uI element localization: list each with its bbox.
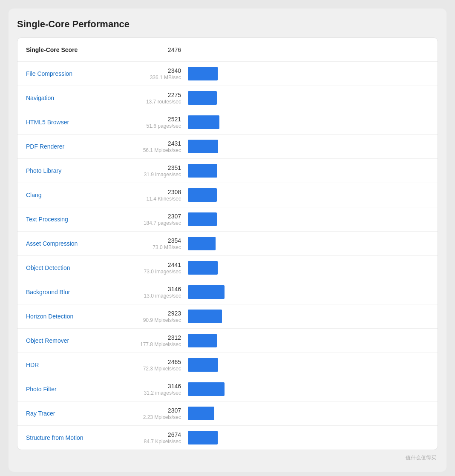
table-row: HDR246572.3 Mpixels/sec xyxy=(17,353,438,377)
row-label: Text Processing xyxy=(26,216,120,223)
table-row: PDF Renderer243156.1 Mpixels/sec xyxy=(17,135,438,159)
row-label: Background Blur xyxy=(26,289,120,295)
performance-card: Single-Core Score2476File Compression234… xyxy=(17,37,438,450)
table-row: Text Processing2307184.7 pages/sec xyxy=(17,207,438,232)
performance-bar xyxy=(188,358,218,372)
bar-area xyxy=(188,358,429,372)
bar-area xyxy=(188,407,429,420)
score-subtitle: 90.9 Mpixels/sec xyxy=(120,317,181,323)
main-container: Single-Core Performance Single-Core Scor… xyxy=(9,9,446,472)
row-label: Ray Tracer xyxy=(26,410,120,417)
row-label: HDR xyxy=(26,361,120,368)
row-score-area: 314631.2 images/sec xyxy=(120,383,188,396)
score-value: 2521 xyxy=(120,116,181,123)
performance-bar xyxy=(188,164,217,178)
row-score-area: 252151.6 pages/sec xyxy=(120,116,188,129)
table-row: Single-Core Score2476 xyxy=(17,38,438,62)
score-subtitle: 31.9 images/sec xyxy=(120,172,181,178)
score-subtitle: 72.3 Mpixels/sec xyxy=(120,366,181,372)
row-label: PDF Renderer xyxy=(26,143,120,150)
row-label: Single-Core Score xyxy=(26,46,120,53)
bar-area xyxy=(188,164,429,178)
row-label: Object Remover xyxy=(26,337,120,344)
watermark: 值什么值得买 xyxy=(17,454,438,462)
row-score-area: 235473.0 MB/sec xyxy=(120,237,188,250)
score-value: 2312 xyxy=(120,334,181,341)
performance-bar xyxy=(188,91,217,105)
row-label: Photo Filter xyxy=(26,386,120,393)
table-row: Object Detection244173.0 images/sec xyxy=(17,256,438,280)
row-score-area: 292390.9 Mpixels/sec xyxy=(120,310,188,323)
row-label: Object Detection xyxy=(26,264,120,271)
score-value: 2354 xyxy=(120,237,181,244)
row-score-area: 230811.4 Klines/sec xyxy=(120,189,188,202)
score-value: 3146 xyxy=(120,383,181,390)
table-row: Horizon Detection292390.9 Mpixels/sec xyxy=(17,304,438,329)
performance-bar xyxy=(188,115,219,129)
bar-area xyxy=(188,431,429,444)
row-score-area: 23072.23 Mpixels/sec xyxy=(120,407,188,420)
row-score-area: 246572.3 Mpixels/sec xyxy=(120,358,188,372)
row-score-area: 267484.7 Kpixels/sec xyxy=(120,431,188,444)
table-row: HTML5 Browser252151.6 pages/sec xyxy=(17,110,438,135)
score-value: 3146 xyxy=(120,286,181,292)
table-row: Asset Compression235473.0 MB/sec xyxy=(17,232,438,256)
row-score-area: 2476 xyxy=(120,46,188,53)
score-subtitle: 73.0 images/sec xyxy=(120,269,181,275)
score-value: 2307 xyxy=(120,213,181,220)
score-value: 2307 xyxy=(120,407,181,414)
row-label: Clang xyxy=(26,192,120,198)
performance-bar xyxy=(188,285,225,299)
score-subtitle: 177.8 Mpixels/sec xyxy=(120,341,181,347)
score-value: 2465 xyxy=(120,358,181,365)
bar-area xyxy=(188,115,429,129)
performance-bar xyxy=(188,212,217,226)
row-label: HTML5 Browser xyxy=(26,119,120,126)
performance-bar xyxy=(188,140,218,153)
bar-area xyxy=(188,310,429,323)
score-subtitle: 56.1 Mpixels/sec xyxy=(120,147,181,153)
performance-bar xyxy=(188,188,217,202)
bar-area xyxy=(188,237,429,250)
score-value: 2275 xyxy=(120,92,181,98)
score-subtitle: 11.4 Klines/sec xyxy=(120,196,181,202)
row-score-area: 227513.7 routes/sec xyxy=(120,92,188,105)
row-score-area: 243156.1 Mpixels/sec xyxy=(120,140,188,153)
score-value: 2431 xyxy=(120,140,181,147)
row-score-area: 2307184.7 pages/sec xyxy=(120,213,188,226)
score-value: 2351 xyxy=(120,164,181,171)
bar-area xyxy=(188,188,429,202)
performance-bar xyxy=(188,261,218,275)
score-subtitle: 13.0 images/sec xyxy=(120,293,181,299)
bar-area xyxy=(188,212,429,226)
score-value: 2308 xyxy=(120,189,181,195)
score-value: 2923 xyxy=(120,310,181,317)
table-row: Photo Library235131.9 images/sec xyxy=(17,159,438,183)
table-row: Object Remover2312177.8 Mpixels/sec xyxy=(17,329,438,353)
performance-bar xyxy=(188,334,217,347)
table-row: Background Blur314613.0 images/sec xyxy=(17,280,438,304)
score-subtitle: 184.7 pages/sec xyxy=(120,220,181,226)
performance-bar xyxy=(188,382,225,396)
bar-area xyxy=(188,91,429,105)
performance-bar xyxy=(188,310,222,323)
row-score-area: 244173.0 images/sec xyxy=(120,261,188,275)
performance-bar xyxy=(188,407,214,420)
table-row: Navigation227513.7 routes/sec xyxy=(17,86,438,110)
performance-bar xyxy=(188,431,218,444)
performance-bar xyxy=(188,67,218,80)
score-subtitle: 31.2 images/sec xyxy=(120,390,181,396)
page-title: Single-Core Performance xyxy=(17,19,438,30)
score-subtitle: 2.23 Mpixels/sec xyxy=(120,414,181,420)
table-row: Clang230811.4 Klines/sec xyxy=(17,183,438,207)
performance-bar xyxy=(188,237,216,250)
score-value: 2674 xyxy=(120,431,181,438)
row-label: Asset Compression xyxy=(26,240,120,247)
bar-area xyxy=(188,334,429,347)
row-score-area: 2312177.8 Mpixels/sec xyxy=(120,334,188,347)
row-score-area: 2340336.1 MB/sec xyxy=(120,67,188,80)
bar-area xyxy=(188,285,429,299)
score-value: 2476 xyxy=(120,46,181,53)
row-score-area: 235131.9 images/sec xyxy=(120,164,188,178)
row-label: Photo Library xyxy=(26,167,120,174)
